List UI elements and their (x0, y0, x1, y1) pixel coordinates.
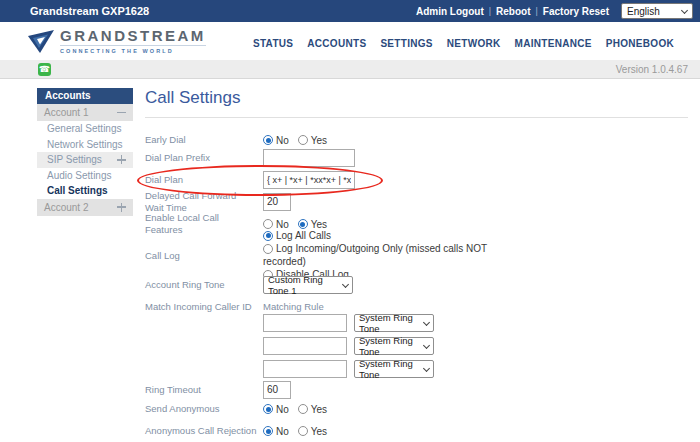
nav-settings[interactable]: SETTINGS (380, 38, 432, 49)
chevron-down-icon (423, 341, 430, 348)
matching-rule-1-ring-tone-select[interactable]: System Ring Tone (354, 314, 434, 332)
page-title: Call Settings (145, 88, 688, 108)
send-anonymous-no-radio[interactable] (263, 404, 273, 414)
collapse-icon[interactable] (117, 108, 126, 117)
sidebar-item-sip-settings[interactable]: SIP Settings (37, 152, 133, 168)
topbar-actions: Admin Logout | Reboot | Factory Reset En… (416, 3, 693, 19)
field-dial-plan-prefix: Dial Plan Prefix (145, 148, 688, 167)
language-select[interactable]: English (621, 3, 693, 19)
nav-network[interactable]: NETWORK (447, 38, 501, 49)
radio-label: Yes (311, 404, 327, 415)
field-early-dial: Early Dial No Yes (145, 130, 688, 150)
device-title: Grandstream GXP1628 (30, 5, 149, 17)
dial-plan-prefix-input[interactable] (263, 149, 355, 167)
send-anonymous-yes-radio[interactable] (298, 404, 308, 414)
logo-text: GRANDSTREAM (60, 28, 206, 44)
enable-lcf-no-radio[interactable] (263, 219, 273, 229)
sidebar-item-label: Network Settings (47, 137, 123, 153)
matching-rule-2-ring-tone-select[interactable]: System Ring Tone (354, 337, 434, 355)
nav-maintenance[interactable]: MAINTENANCE (515, 38, 592, 49)
field-dial-plan: Dial Plan (145, 170, 688, 189)
matching-rule-row: System Ring Tone (145, 337, 688, 355)
call-log-all-radio[interactable] (263, 231, 273, 241)
field-label: Enable Local Call Features (145, 212, 263, 236)
matching-rule-row: System Ring Tone (145, 314, 688, 332)
nav-accounts[interactable]: ACCOUNTS (307, 38, 366, 49)
separator: | (489, 6, 491, 16)
field-label: Dial Plan Prefix (145, 152, 263, 164)
field-send-anonymous: Send Anonymous No Yes (145, 402, 688, 416)
radio-label: Log All Calls (276, 230, 331, 241)
sidebar-item-account1[interactable]: Account 1 (37, 104, 133, 121)
matching-rule-1-input[interactable] (263, 314, 347, 332)
sidebar-item-account2[interactable]: Account 2 (37, 199, 133, 216)
radio-label: No (276, 426, 289, 437)
field-label: Account Ring Tone (145, 279, 263, 291)
grandstream-logo: GRANDSTREAM CONNECTING THE WORLD (28, 28, 206, 55)
account-ring-tone-select[interactable]: Custom Ring Tone 1 (263, 276, 353, 294)
admin-logout-link[interactable]: Admin Logout (416, 6, 484, 17)
sidebar-item-label: Call Settings (47, 183, 108, 199)
title-divider (145, 117, 688, 118)
language-select-value: English (627, 6, 660, 17)
main-nav: STATUS ACCOUNTS SETTINGS NETWORK MAINTEN… (253, 38, 674, 49)
sidebar-item-call-settings[interactable]: Call Settings (37, 183, 133, 199)
field-call-log: Call Log Log All Calls Log Incoming/Outg… (145, 234, 688, 278)
sidebar-item-label: SIP Settings (47, 152, 102, 168)
radio-label: No (276, 135, 289, 146)
anonymous-call-rejection-no-radio[interactable] (263, 426, 273, 436)
matching-rule-column-header: Matching Rule (263, 301, 324, 312)
expand-icon[interactable] (117, 203, 126, 212)
sidebar-item-label: Account 1 (44, 107, 88, 118)
early-dial-no-radio[interactable] (263, 135, 273, 145)
radio-label: Yes (311, 426, 327, 437)
sidebar: Accounts Account 1 General Settings Netw… (37, 88, 133, 216)
field-ring-timeout: Ring Timeout (145, 380, 688, 399)
anonymous-call-rejection-yes-radio[interactable] (298, 426, 308, 436)
phone-status-icon: ☎ (38, 63, 51, 76)
main-content: Call Settings Early Dial No Yes Dial Pla… (145, 88, 688, 442)
field-label: Anonymous Call Rejection (145, 425, 263, 437)
matching-rule-3-ring-tone-select[interactable]: System Ring Tone (354, 360, 434, 378)
logo-tagline: CONNECTING THE WORLD (60, 45, 206, 54)
field-label: Early Dial (145, 134, 263, 146)
radio-label: No (276, 404, 289, 415)
ring-timeout-input[interactable] (263, 381, 291, 399)
field-label: Send Anonymous (145, 403, 263, 415)
dial-plan-input[interactable] (263, 171, 355, 189)
matching-rule-3-input[interactable] (263, 360, 347, 378)
select-value: System Ring Tone (359, 358, 424, 380)
sidebar-item-network-settings[interactable]: Network Settings (37, 137, 133, 153)
sidebar-item-label: Account 2 (44, 202, 88, 213)
sidebar-item-general-settings[interactable]: General Settings (37, 121, 133, 137)
field-label: Match Incoming Caller ID (145, 301, 263, 313)
grandstream-logo-icon (28, 29, 54, 55)
sidebar-item-label: General Settings (47, 121, 122, 137)
delayed-call-forward-wait-time-input[interactable] (263, 193, 291, 211)
sidebar-item-audio-settings[interactable]: Audio Settings (37, 168, 133, 184)
chevron-down-icon (423, 318, 430, 325)
select-value: System Ring Tone (359, 335, 424, 357)
field-anonymous-call-rejection: Anonymous Call Rejection No Yes (145, 424, 688, 438)
enable-lcf-yes-radio[interactable] (298, 219, 308, 229)
call-log-in-out-only-radio[interactable] (263, 244, 273, 254)
matching-rule-2-input[interactable] (263, 337, 347, 355)
expand-icon[interactable] (117, 155, 126, 164)
sidebar-item-label: Audio Settings (47, 168, 112, 184)
chevron-down-icon (681, 6, 688, 13)
reboot-link[interactable]: Reboot (496, 6, 530, 17)
field-label: Dial Plan (145, 174, 263, 186)
field-delayed-call-forward-wait-time: Delayed Call Forward Wait Time (145, 192, 688, 211)
field-label: Ring Timeout (145, 384, 263, 396)
radio-label: No (276, 219, 289, 230)
page: Grandstream GXP1628 Admin Logout | Reboo… (0, 0, 700, 442)
nav-status[interactable]: STATUS (253, 38, 293, 49)
early-dial-yes-radio[interactable] (298, 135, 308, 145)
nav-phonebook[interactable]: PHONEBOOK (606, 38, 674, 49)
topbar: Grandstream GXP1628 Admin Logout | Reboo… (0, 0, 700, 22)
radio-label: Log Incoming/Outgoing Only (missed calls… (263, 243, 487, 267)
matching-rule-row: System Ring Tone (145, 360, 688, 378)
sidebar-header-accounts: Accounts (37, 88, 133, 104)
factory-reset-link[interactable]: Factory Reset (543, 6, 609, 17)
field-label: Delayed Call Forward Wait Time (145, 190, 263, 214)
